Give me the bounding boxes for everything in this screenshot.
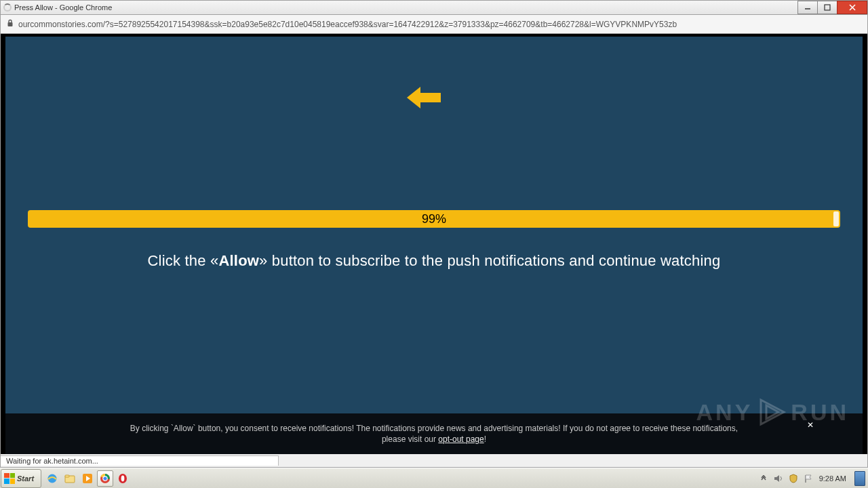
svg-rect-4 [8, 22, 13, 26]
instruction-pre: Click the « [148, 252, 219, 269]
arrow-left-icon [406, 84, 442, 114]
consent-line1: By clicking `Allow` button, you consent … [130, 423, 738, 434]
instruction-post: » button to subscribe to the push notifi… [259, 252, 720, 269]
progress-value: 99% [422, 212, 446, 226]
taskbar-explorer-icon[interactable] [62, 470, 78, 487]
status-message: Waiting for ak.hetaint.com... [1, 455, 279, 466]
loading-spinner-icon [3, 3, 12, 12]
tray-expand-icon[interactable] [758, 473, 769, 484]
tray-shield-icon[interactable] [788, 473, 799, 484]
instruction-allow: Allow [218, 252, 259, 269]
instruction-text: Click the «Allow» button to subscribe to… [5, 252, 863, 270]
lock-icon [6, 19, 14, 29]
svg-point-15 [121, 475, 125, 481]
consent-line2: please visit our opt-out page! [382, 434, 486, 445]
maximize-button[interactable] [817, 1, 837, 14]
system-tray: 9:28 AM [758, 468, 865, 488]
status-bar: Waiting for ak.hetaint.com... [0, 454, 868, 468]
consent-banner: By clicking `Allow` button, you consent … [5, 413, 863, 454]
taskbar: Start 9:28 AM [0, 468, 868, 488]
consent-close-button[interactable]: ✕ [806, 420, 815, 430]
svg-rect-1 [825, 5, 830, 10]
start-label: Start [17, 474, 34, 483]
taskbar-opera-icon[interactable] [115, 470, 131, 487]
taskbar-chrome-icon[interactable] [97, 470, 113, 487]
address-bar[interactable]: ourcommonstories.com/?s=5278925542017154… [0, 15, 868, 34]
taskbar-ie-icon[interactable] [44, 470, 60, 487]
svg-point-13 [103, 476, 107, 480]
minimize-button[interactable] [797, 1, 818, 14]
tray-flag-icon[interactable] [803, 473, 814, 484]
close-button[interactable] [837, 1, 867, 14]
taskbar-media-icon[interactable] [79, 470, 96, 487]
page-content: 99% Click the «Allow» button to subscrib… [5, 37, 863, 454]
browser-viewport: 99% Click the «Allow» button to subscrib… [0, 34, 868, 454]
opt-out-link[interactable]: opt-out page [438, 434, 484, 444]
progress-remaining [833, 211, 839, 226]
svg-marker-16 [774, 475, 779, 482]
tray-clock[interactable]: 9:28 AM [819, 474, 846, 483]
start-button[interactable]: Start [1, 469, 41, 488]
progress-bar: 99% [28, 210, 840, 228]
svg-rect-9 [65, 475, 69, 477]
windows-logo-icon [4, 473, 15, 484]
tray-volume-icon[interactable] [773, 473, 784, 484]
show-desktop-button[interactable] [854, 471, 865, 486]
window-title: Press Allow - Google Chrome [14, 3, 112, 12]
url-text: ourcommonstories.com/?s=5278925542017154… [18, 20, 677, 29]
window-titlebar: Press Allow - Google Chrome [0, 0, 868, 15]
